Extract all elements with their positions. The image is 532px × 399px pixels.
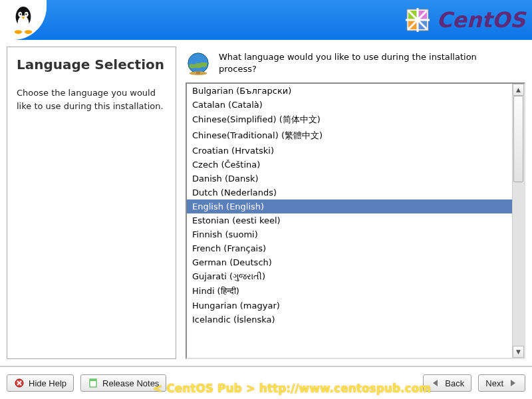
brand-name: CentOS bbox=[436, 7, 525, 33]
header-bar: CentOS bbox=[0, 0, 532, 40]
prompt-row: What language would you like to use duri… bbox=[186, 51, 525, 76]
language-option[interactable]: Croatian (Hrvatski) bbox=[187, 144, 512, 158]
back-button[interactable]: Back bbox=[423, 374, 471, 392]
sidebar-text: Choose the language you would like to us… bbox=[17, 86, 166, 112]
svg-rect-26 bbox=[90, 379, 96, 381]
language-option[interactable]: Catalan (Català) bbox=[187, 98, 512, 112]
svg-point-8 bbox=[25, 30, 32, 34]
release-notes-button[interactable]: Release Notes bbox=[80, 374, 166, 392]
hide-help-button[interactable]: Hide Help bbox=[7, 374, 74, 392]
svg-point-4 bbox=[20, 13, 21, 15]
hide-help-label: Hide Help bbox=[29, 378, 66, 388]
language-option[interactable]: Hungarian (magyar) bbox=[187, 299, 512, 313]
language-option[interactable]: English (English) bbox=[187, 200, 512, 213]
globe-icon bbox=[186, 51, 211, 76]
language-option[interactable]: Czech (Čeština) bbox=[187, 158, 512, 172]
language-option[interactable]: Chinese(Simplified) (简体中文) bbox=[187, 112, 512, 128]
language-option[interactable]: Bulgarian (Български) bbox=[187, 84, 512, 98]
svg-rect-21 bbox=[196, 71, 200, 74]
close-icon bbox=[14, 378, 25, 388]
svg-marker-28 bbox=[511, 380, 515, 386]
next-label: Next bbox=[485, 378, 503, 388]
language-option[interactable]: Gujarati (ગુજરાતી) bbox=[187, 269, 512, 284]
language-option[interactable]: Estonian (eesti keel) bbox=[187, 213, 512, 227]
svg-point-7 bbox=[15, 30, 22, 34]
language-option[interactable]: German (Deutsch) bbox=[187, 255, 512, 269]
svg-point-5 bbox=[25, 13, 27, 15]
sidebar-title: Language Selection bbox=[17, 57, 166, 73]
footer: Hide Help Release Notes Back Next < Cent… bbox=[0, 366, 532, 399]
language-option[interactable]: Finnish (suomi) bbox=[187, 227, 512, 241]
language-option[interactable]: Danish (Dansk) bbox=[187, 172, 512, 186]
scroll-down-button[interactable]: ▼ bbox=[513, 346, 524, 358]
language-listbox[interactable]: Bulgarian (Български)Catalan (Català)Chi… bbox=[186, 82, 525, 359]
next-button[interactable]: Next bbox=[478, 374, 525, 392]
arrow-left-icon bbox=[430, 378, 441, 388]
watermark: < CentOS Pub > http://www.centospub.com bbox=[153, 382, 431, 395]
release-notes-label: Release Notes bbox=[102, 378, 159, 388]
scroll-up-button[interactable]: ▲ bbox=[513, 84, 524, 96]
centos-logo-icon bbox=[404, 7, 431, 33]
language-option[interactable]: Icelandic (Íslenska) bbox=[187, 313, 512, 327]
svg-marker-27 bbox=[433, 380, 438, 386]
penguin-badge bbox=[0, 0, 47, 40]
scroll-thumb[interactable] bbox=[513, 96, 523, 182]
scrollbar[interactable]: ▲ ▼ bbox=[512, 84, 524, 358]
scroll-track[interactable] bbox=[513, 96, 524, 346]
arrow-right-icon bbox=[507, 378, 518, 388]
back-label: Back bbox=[445, 378, 464, 388]
language-option[interactable]: Chinese(Traditional) (繁體中文) bbox=[187, 128, 512, 144]
brand: CentOS bbox=[404, 7, 525, 33]
language-option[interactable]: Dutch (Nederlands) bbox=[187, 186, 512, 200]
penguin-icon bbox=[11, 5, 36, 35]
language-option[interactable]: French (Français) bbox=[187, 241, 512, 255]
document-icon bbox=[88, 378, 98, 388]
language-option[interactable]: Hindi (हिन्दी) bbox=[187, 284, 512, 299]
help-sidebar: Language Selection Choose the language y… bbox=[7, 47, 176, 359]
prompt-text: What language would you like to use duri… bbox=[219, 51, 498, 75]
